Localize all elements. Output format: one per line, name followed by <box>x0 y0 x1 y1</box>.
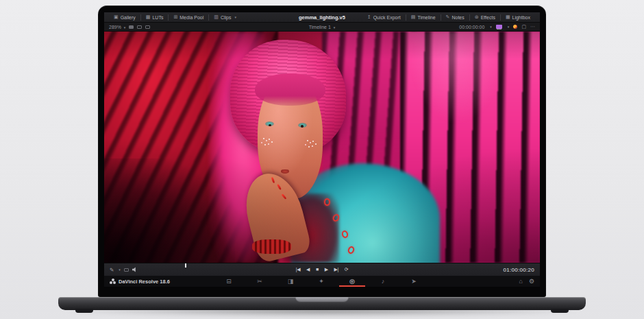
page-edit-icon[interactable]: ◨ <box>286 276 295 287</box>
luts-button[interactable]: ▩ LUTs <box>141 12 169 22</box>
chevron-down-icon: ▾ <box>490 25 492 29</box>
toolbar-left-group: ▣ Gallery ▩ LUTs ⊞ Media Pool ▥ Clips ▾ <box>109 12 241 22</box>
lightbox-icon: ▦ <box>506 14 510 20</box>
zoom-level-value: 289% <box>109 25 121 29</box>
luts-label: LUTs <box>152 15 163 20</box>
davinci-resolve-window: gemma_lighting.v5 ▣ Gallery ▩ LUTs ⊞ Med… <box>104 12 540 287</box>
page-fusion-icon[interactable]: ✦ <box>317 276 325 287</box>
timeline-name: Timeline 1 <box>309 25 331 29</box>
timeline-icon: ▤ <box>411 14 416 20</box>
scopes-icon[interactable] <box>513 25 517 29</box>
viewer-canvas[interactable] <box>104 32 540 263</box>
loop-button[interactable]: ⟳ <box>345 267 348 272</box>
gallery-button[interactable]: ▣ Gallery <box>109 12 140 22</box>
page-color-icon[interactable]: ◎ <box>348 276 356 287</box>
page-fairlight-icon[interactable]: ♪ <box>379 276 387 287</box>
clips-icon: ▥ <box>214 14 219 20</box>
clips-label: Clips <box>221 15 232 20</box>
effects-icon: ⊛ <box>475 14 479 20</box>
media-pool-label: Media Pool <box>179 15 203 20</box>
home-icon[interactable]: ⌂ <box>519 278 522 285</box>
lightbox-label: Lightbox <box>512 15 530 20</box>
go-to-last-frame-button[interactable]: ▶| <box>334 267 338 272</box>
page-deliver-icon[interactable]: ➤ <box>410 276 418 287</box>
transport-controls: |◀ ◀ ■ ▶ ▶| ⟳ <box>104 267 540 272</box>
viewer-toggle-icon[interactable] <box>137 25 142 29</box>
chevron-down-icon: ▾ <box>119 268 121 272</box>
zoom-level-dropdown[interactable]: 289% ▾ <box>109 25 125 29</box>
page-cut-icon[interactable]: ✂ <box>256 276 264 287</box>
top-toolbar: gemma_lighting.v5 ▣ Gallery ▩ LUTs ⊞ Med… <box>104 12 540 23</box>
laptop-foot-left <box>75 309 93 313</box>
app-version-label: DaVinci Resolve 18.6 <box>119 279 170 285</box>
chevron-down-icon: ▾ <box>234 15 236 19</box>
effects-label: Effects <box>481 15 495 20</box>
scrubber-playhead[interactable] <box>185 263 186 268</box>
step-back-button[interactable]: ◀ <box>306 267 310 272</box>
effects-button[interactable]: ⊛ Effects <box>470 12 500 22</box>
luts-icon: ▩ <box>146 14 151 20</box>
clips-button[interactable]: ▥ Clips ▾ <box>209 12 241 22</box>
settings-gear-icon[interactable]: ⚙ <box>529 278 534 285</box>
more-options-icon[interactable]: ⋯ <box>530 24 535 29</box>
quick-export-button[interactable]: ↥ Quick Export <box>362 12 406 22</box>
laptop-foot-right <box>551 309 569 313</box>
transport-left-tools: ✎ ▾ <box>110 267 138 273</box>
page-switcher: ⊟ ✂ ◨ ✦ ◎ ♪ ➤ <box>225 276 418 287</box>
page-media-icon[interactable]: ⊟ <box>225 276 233 287</box>
expand-viewer-icon[interactable]: ▢ <box>521 24 526 29</box>
quick-export-icon: ↥ <box>367 14 371 20</box>
tool-pencil-icon[interactable]: ✎ <box>110 267 114 273</box>
notes-icon: ✎ <box>446 14 450 20</box>
compare-icon[interactable] <box>124 268 129 272</box>
quick-export-label: Quick Export <box>373 15 401 20</box>
lightbox-button[interactable]: ▦ Lightbox <box>501 12 535 22</box>
photo-vignette <box>104 32 540 263</box>
timeline-label: Timeline <box>417 15 435 20</box>
gallery-icon: ▣ <box>114 14 119 20</box>
viewer-toggle-icon[interactable] <box>129 25 134 29</box>
stop-button[interactable]: ■ <box>316 267 319 272</box>
status-bar-right: ⌂ ⚙ <box>519 278 534 285</box>
transport-bar: ✎ ▾ |◀ ◀ ■ ▶ ▶| ⟳ 01:00:00:20 <box>104 263 540 276</box>
play-button[interactable]: ▶ <box>325 267 328 272</box>
notes-label: Notes <box>451 15 464 20</box>
chevron-down-icon: ▾ <box>124 25 126 29</box>
page-status-bar: DaVinci Resolve 18.6 ⊟ ✂ ◨ ✦ ◎ ♪ ➤ ⌂ ⚙ <box>104 276 540 287</box>
go-to-first-frame-button[interactable]: |◀ <box>296 267 300 272</box>
viewer-header: 289% ▾ Timeline 1 ▾ 00:00:00:00 ▾ ▾ ▢ ⋯ <box>104 23 540 32</box>
chevron-down-icon: ▾ <box>508 25 510 29</box>
monitor-icon[interactable] <box>496 25 502 29</box>
timeline-view-button[interactable]: ▤ Timeline <box>406 12 441 22</box>
record-timecode: 01:00:00:20 <box>503 267 534 273</box>
media-pool-button[interactable]: ⊞ Media Pool <box>169 12 208 22</box>
davinci-resolve-logo <box>110 279 116 284</box>
source-timecode: 00:00:00:00 <box>459 25 484 29</box>
volume-icon[interactable] <box>132 267 138 272</box>
media-pool-icon: ⊞ <box>173 14 177 20</box>
laptop-lid-notch <box>295 297 349 303</box>
chevron-down-icon: ▾ <box>334 25 336 29</box>
viewer-header-right: 00:00:00:00 ▾ ▾ ▢ ⋯ <box>459 24 535 29</box>
viewer-zoom-group: 289% ▾ <box>109 25 150 29</box>
gallery-label: Gallery <box>121 15 136 20</box>
notes-button[interactable]: ✎ Notes <box>441 12 469 22</box>
toolbar-right-group: ↥ Quick Export ▤ Timeline ✎ Notes ⊛ Effe… <box>362 12 535 22</box>
viewer-toggle-icon[interactable] <box>145 25 150 29</box>
scene: gemma_lighting.v5 ▣ Gallery ▩ LUTs ⊞ Med… <box>0 0 644 319</box>
